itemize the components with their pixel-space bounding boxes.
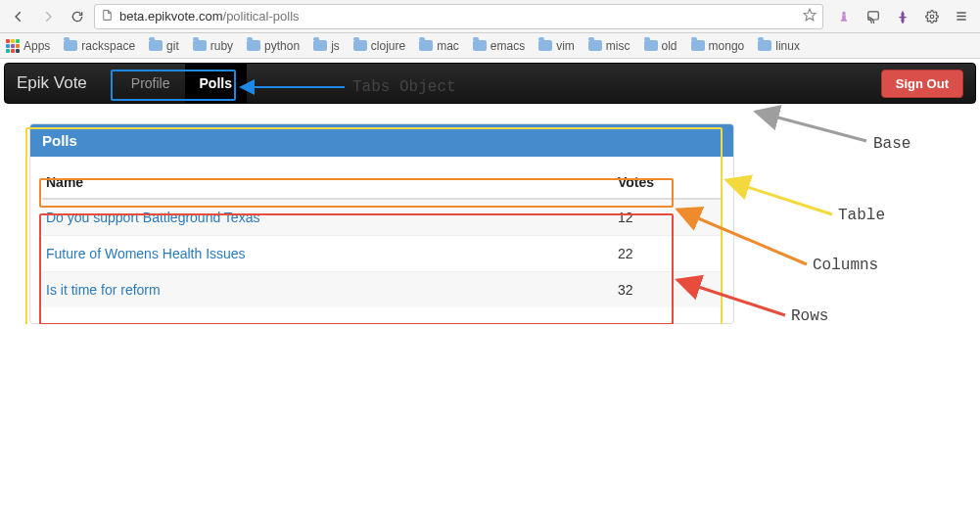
panel-title: Polls bbox=[30, 124, 733, 157]
bookmark-folder[interactable]: rackspace bbox=[64, 39, 135, 53]
bookmark-label: ruby bbox=[210, 39, 233, 53]
bookmarks-bar: Apps rackspacegitrubypythonjsclojuremace… bbox=[0, 33, 980, 59]
col-name: Name bbox=[42, 166, 614, 199]
folder-icon bbox=[644, 40, 658, 51]
svg-point-3 bbox=[930, 15, 934, 19]
nav-tab-profile[interactable]: Profile bbox=[117, 64, 185, 103]
apps-grid-icon bbox=[6, 39, 20, 53]
votes-cell: 22 bbox=[614, 236, 722, 272]
votes-cell: 32 bbox=[614, 272, 722, 308]
folder-icon bbox=[64, 40, 77, 51]
folder-icon bbox=[149, 40, 163, 51]
back-button[interactable] bbox=[6, 4, 31, 29]
annotation-rows-label: Rows bbox=[791, 307, 828, 324]
annotation-base-label: Base bbox=[873, 135, 910, 153]
bookmark-label: Apps bbox=[23, 39, 50, 53]
bookmark-label: linux bbox=[775, 39, 800, 53]
bookmark-label: vim bbox=[556, 39, 575, 53]
bookmark-folder[interactable]: emacs bbox=[473, 39, 525, 53]
bookmark-label: clojure bbox=[371, 39, 405, 53]
bookmark-label: misc bbox=[606, 39, 630, 53]
brand-title: Epik Vote bbox=[17, 73, 87, 93]
bookmark-folder[interactable]: clojure bbox=[353, 39, 405, 53]
polls-table: Name Votes Do you support Battleground T… bbox=[42, 166, 722, 307]
poll-link[interactable]: Is it time for reform bbox=[46, 282, 161, 298]
table-row: Do you support Battleground Texas12 bbox=[42, 199, 722, 236]
folder-icon bbox=[691, 40, 705, 51]
bookmark-label: js bbox=[331, 39, 340, 53]
folder-icon bbox=[353, 40, 367, 51]
url-host: beta.epikvote.com bbox=[119, 9, 223, 23]
bookmark-folder[interactable]: linux bbox=[758, 39, 800, 53]
address-bar[interactable]: beta.epikvote.com/political-polls bbox=[94, 4, 823, 29]
bookmark-folder[interactable]: old bbox=[644, 39, 677, 53]
folder-icon bbox=[538, 40, 552, 51]
annotation-columns-label: Columns bbox=[813, 257, 878, 274]
folder-icon bbox=[313, 40, 327, 51]
bookmark-folder[interactable]: mac bbox=[419, 39, 459, 53]
bookmark-star-icon[interactable] bbox=[803, 8, 817, 24]
bookmark-folder[interactable]: misc bbox=[588, 39, 630, 53]
table-row: Is it time for reform32 bbox=[42, 272, 722, 308]
folder-icon bbox=[588, 40, 602, 51]
bookmark-label: python bbox=[264, 39, 300, 53]
bookmark-apps[interactable]: Apps bbox=[6, 39, 50, 53]
extension-icon-2[interactable] bbox=[890, 4, 915, 29]
folder-icon bbox=[247, 40, 260, 51]
table-header-row: Name Votes bbox=[42, 166, 722, 199]
svg-marker-0 bbox=[804, 9, 816, 21]
sign-out-button[interactable]: Sign Out bbox=[881, 70, 963, 98]
svg-point-1 bbox=[842, 11, 846, 15]
bookmark-folder[interactable]: git bbox=[149, 39, 179, 53]
app-navbar: Epik Vote ProfilePolls Sign Out bbox=[4, 63, 976, 104]
reload-button[interactable] bbox=[65, 4, 90, 29]
cast-icon[interactable] bbox=[861, 4, 886, 29]
table-row: Future of Womens Health Issues22 bbox=[42, 236, 722, 272]
page-icon bbox=[101, 9, 114, 24]
svg-line-8 bbox=[756, 112, 866, 141]
poll-link[interactable]: Future of Womens Health Issues bbox=[46, 246, 246, 261]
nav-tabs: ProfilePolls bbox=[117, 64, 247, 103]
bookmark-folder[interactable]: mongo bbox=[691, 39, 745, 53]
bookmark-folder[interactable]: python bbox=[247, 39, 300, 53]
bookmark-label: git bbox=[166, 39, 179, 53]
svg-line-9 bbox=[726, 180, 832, 214]
extension-icon[interactable] bbox=[831, 4, 857, 29]
bookmark-label: old bbox=[662, 39, 677, 53]
bookmark-folder[interactable]: vim bbox=[538, 39, 575, 53]
bookmark-label: emacs bbox=[490, 39, 525, 53]
bookmark-label: mac bbox=[437, 39, 459, 53]
bookmark-folder[interactable]: js bbox=[313, 39, 340, 53]
folder-icon bbox=[419, 40, 433, 51]
annotation-table-label: Table bbox=[838, 207, 885, 224]
bookmark-label: mongo bbox=[709, 39, 745, 53]
forward-button[interactable] bbox=[35, 4, 61, 29]
poll-link[interactable]: Do you support Battleground Texas bbox=[46, 210, 259, 225]
app-page: Epik Vote ProfilePolls Sign Out Polls Na… bbox=[0, 63, 980, 324]
browser-toolbar: beta.epikvote.com/political-polls bbox=[0, 0, 980, 33]
svg-rect-2 bbox=[868, 12, 879, 20]
folder-icon bbox=[758, 40, 771, 51]
url-text: beta.epikvote.com/political-polls bbox=[119, 9, 797, 23]
toolbar-right-icons bbox=[831, 4, 974, 29]
settings-gear-icon[interactable] bbox=[919, 4, 945, 29]
votes-cell: 12 bbox=[614, 199, 722, 236]
folder-icon bbox=[193, 40, 207, 51]
bookmark-folder[interactable]: ruby bbox=[193, 39, 233, 53]
folder-icon bbox=[473, 40, 487, 51]
polls-panel: Polls Name Votes Do you support Battlegr… bbox=[29, 123, 734, 324]
url-path: /political-polls bbox=[223, 9, 300, 23]
bookmark-label: rackspace bbox=[81, 39, 135, 53]
menu-icon[interactable] bbox=[949, 4, 974, 29]
col-votes: Votes bbox=[614, 166, 722, 199]
nav-tab-polls[interactable]: Polls bbox=[185, 64, 247, 103]
